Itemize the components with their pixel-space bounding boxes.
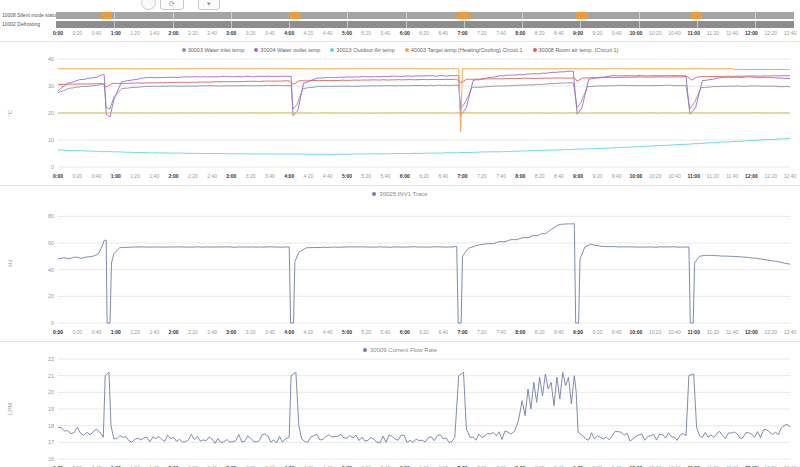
time-tick: 2:40 [207,173,217,179]
time-tick: 11:20 [707,329,719,335]
legend-dot-icon [182,48,186,52]
legend-item[interactable]: 30013 Outdoor Air temp [330,47,394,53]
toolbar: ⟳ ▾ [0,0,800,11]
time-tick: 5:00 [342,30,352,36]
legend-label: 30008 Room air temp. (Circuit 1) [539,47,619,53]
time-tick: 12:20 [764,30,777,36]
time-tick: 5:20 [361,329,371,335]
legend-item[interactable]: 30003 Water inlet temp [182,47,245,53]
time-tick: 6:00 [400,173,410,179]
y-tick-label: 80 [48,213,54,219]
hour-tick [580,21,581,28]
time-tick: 0:40 [92,173,102,179]
time-tick: 9:00 [573,329,583,335]
time-tick: 3:00 [226,329,236,335]
hour-tick [697,21,698,28]
time-tick: 12:40 [784,329,797,335]
time-tick: 1:20 [130,30,140,36]
series-line-30009 Current Flow Rate [58,372,790,443]
hour-tick [173,21,174,28]
chevron-down-icon: ▾ [207,0,211,7]
time-tick: 2:20 [188,173,198,179]
time-tick: 12:40 [784,30,797,36]
time-tick: 3:40 [265,329,275,335]
toolbar-refresh-button[interactable]: ⟳ [160,0,184,10]
time-tick: 6:20 [419,329,429,335]
time-tick: 1:40 [149,329,159,335]
time-tick: 6:00 [400,329,410,335]
y-tick-label: 20 [48,293,54,299]
time-tick: 9:40 [612,329,622,335]
time-tick: 3:00 [226,30,236,36]
series-line-40003 Target temp (Heating/Cooling) Circuit 1 [58,69,790,132]
temperature-chart: 010203040°C [0,55,800,173]
legend-item[interactable]: 30008 Room air temp. (Circuit 1) [533,47,619,53]
time-tick: 4:40 [323,329,333,335]
series-line-30004 Water outlet temp [58,71,790,117]
time-tick: 8:00 [515,30,525,36]
hour-tick [231,12,232,19]
y-axis-unit-label: LPM [7,403,13,415]
flow-rate-chart: 16171819202122LPM [0,355,800,465]
y-tick-label: 20 [48,110,54,116]
flow-rate-panel: 30009 Current Flow Rate 16171819202122LP… [0,342,800,467]
time-tick: 1:40 [149,173,159,179]
time-tick: 7:40 [496,329,506,335]
time-tick: 5:20 [361,30,371,36]
time-tick: 1:00 [111,329,121,335]
time-tick: 2:20 [188,329,198,335]
time-tick: 1:00 [111,30,121,36]
time-tick: 7:20 [477,329,487,335]
time-tick: 4:20 [304,30,314,36]
status-on-segment [691,12,702,19]
time-tick: 7:00 [458,30,468,36]
series-dot-icon [372,192,376,196]
status-on-segment [289,12,300,19]
time-tick: 7:40 [496,30,506,36]
time-tick: 6:20 [419,30,429,36]
legend-dot-icon [533,48,537,52]
legend-item[interactable]: 30004 Water outlet temp [254,47,320,53]
time-tick: 0:00 [53,329,63,335]
time-tick: 10:40 [668,173,681,179]
time-tick: 5:40 [381,173,391,179]
legend-item[interactable]: 40003 Target temp (Heating/Cooling) Circ… [405,47,523,53]
time-tick: 9:20 [592,30,602,36]
status-on-segment [102,12,113,19]
y-tick-label: 19 [48,406,54,412]
time-tick: 8:40 [554,173,564,179]
time-tick: 10:00 [629,173,642,179]
toolbar-circle-button[interactable] [141,0,156,10]
chart-canvas-0: 010203040°C [0,55,800,173]
time-tick: 11:00 [687,329,700,335]
series-line-30013 Outdoor Air temp [58,138,790,154]
toolbar-menu-button[interactable]: ▾ [198,0,220,10]
time-tick: 10:00 [629,329,642,335]
time-tick: 11:00 [687,173,700,179]
hour-tick [347,21,348,28]
inv1-trace-time-axis: 0:000:200:401:001:201:402:002:202:403:00… [0,329,800,338]
hour-tick [639,21,640,28]
hour-tick [114,21,115,28]
time-tick: 1:00 [111,173,121,179]
time-tick: 12:00 [745,30,758,36]
hour-tick [639,12,640,19]
time-tick: 10:20 [649,173,662,179]
time-tick: 11:40 [726,30,738,36]
hour-tick [522,21,523,28]
y-tick-label: 20 [48,389,54,395]
time-tick: 12:40 [784,173,797,179]
status-on-segment [576,12,587,19]
time-tick: 1:40 [149,30,159,36]
time-tick: 7:00 [458,329,468,335]
series-dot-icon [363,348,367,352]
y-tick-label: 16 [48,456,54,462]
time-tick: 3:20 [246,30,256,36]
time-tick: 6:00 [400,30,410,36]
y-tick-label: 0 [51,320,54,326]
time-tick: 11:00 [687,30,700,36]
time-tick: 0:20 [72,329,82,335]
time-tick: 0:20 [72,173,82,179]
time-tick: 3:20 [246,173,256,179]
legend-label: 30003 Water inlet temp [188,47,245,53]
